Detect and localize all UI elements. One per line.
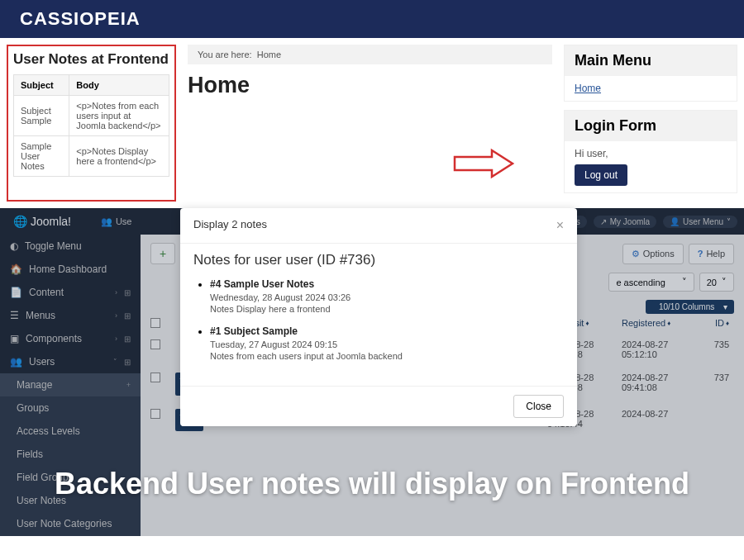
options-button[interactable]: ⚙Options [622,244,684,264]
close-icon[interactable]: × [556,218,564,233]
usermenu-button[interactable]: 👤 User Menu ˅ [663,216,737,228]
select-all-checkbox[interactable] [150,318,160,328]
sidebar-item-privacy[interactable]: Privacy›⊞ [0,535,141,536]
sidebar-item-access[interactable]: Access Levels [0,420,141,443]
frontend-body: User Notes at Frontend Subject Body Subj… [0,38,744,208]
modal-title: Notes for user user (ID #736) [193,252,564,268]
table-row: Sample User Notes <p>Notes Display here … [14,136,169,177]
login-form-title: Login Form [565,111,737,141]
sort-select[interactable]: e ascending˅ [608,273,694,292]
annotation-arrow [451,147,517,183]
sidebar-item-users[interactable]: 👥 Users˅⊞ [0,350,141,373]
row-checkbox[interactable] [150,409,160,419]
user-notes-module: User Notes at Frontend Subject Body Subj… [7,45,176,202]
chevron-down-icon: ˅ [722,277,727,287]
th-id[interactable]: ID♦ [696,318,729,328]
myjoomla-button[interactable]: ↗ My Joomla [594,216,656,228]
page-title: Home [188,73,552,98]
frontend-brand: CASSIOPEIA [0,0,744,38]
sort-icon: ♦ [726,320,729,327]
sidebar-item-components[interactable]: ▣ Components›⊞ [0,327,141,350]
row-checkbox[interactable] [150,339,160,349]
row-checkbox[interactable] [150,373,160,382]
breadcrumb: You are here: Home [188,45,552,64]
chevron-down-icon: ˅ [682,277,687,287]
gear-icon: ⚙ [632,249,640,259]
sidebar-item-menus[interactable]: ☰ Menus›⊞ [0,304,141,327]
sidebar-item-manage[interactable]: Manage+ [0,373,141,396]
table-row: Subject Sample <p>Notes from each users … [14,96,169,136]
help-icon: ? [698,249,703,259]
logout-button[interactable]: Log out [575,164,627,186]
login-form-module: Login Form Hi user, Log out [564,110,737,193]
sidebar-item-usernote-cat[interactable]: User Note Categories [0,512,141,535]
th-subject: Subject [14,75,69,96]
caption-overlay: Backend User notes will display on Front… [0,467,744,501]
notes-modal: Display 2 notes × Notes for user user (I… [180,208,577,426]
new-button[interactable]: + [150,243,175,264]
joomla-logo[interactable]: 🌐 Joomla! [0,215,84,228]
modal-header: Display 2 notes [193,218,267,233]
close-button[interactable]: Close [513,395,564,418]
sidebar-item-home[interactable]: 🏠 Home Dashboard [0,258,141,281]
help-button[interactable]: ?Help [689,244,734,264]
main-menu-module: Main Menu Home [564,45,737,102]
sidebar-item-content[interactable]: 📄 Content›⊞ [0,281,141,304]
sort-icon: ♦ [585,320,589,327]
sidebar-item-groups[interactable]: Groups [0,396,141,420]
th-registered[interactable]: Registered♦ [622,318,696,328]
sidebar-item-fields[interactable]: Fields [0,443,141,466]
login-greeting: Hi user, [575,148,727,159]
sort-icon: ♦ [667,320,670,327]
menu-item-home[interactable]: Home [575,83,601,94]
main-menu-title: Main Menu [565,45,737,76]
note-item: #1 Subject Sample Tuesday, 27 August 202… [210,325,564,361]
columns-toggle[interactable]: 10/10 Columns ▾ [646,300,734,314]
user-notes-table: Subject Body Subject Sample <p>Notes fro… [13,74,169,177]
note-item: #4 Sample User Notes Wednesday, 28 Augus… [210,278,564,314]
perpage-select[interactable]: 20˅ [699,273,734,292]
frontend-sidebar: Main Menu Home Login Form Hi user, Log o… [564,45,737,202]
th-body: Body [69,75,169,96]
user-icon: 👥 Use [101,216,132,227]
module-title: User Notes at Frontend [13,51,169,68]
sidebar-toggle[interactable]: ◐ Toggle Menu [0,235,141,258]
